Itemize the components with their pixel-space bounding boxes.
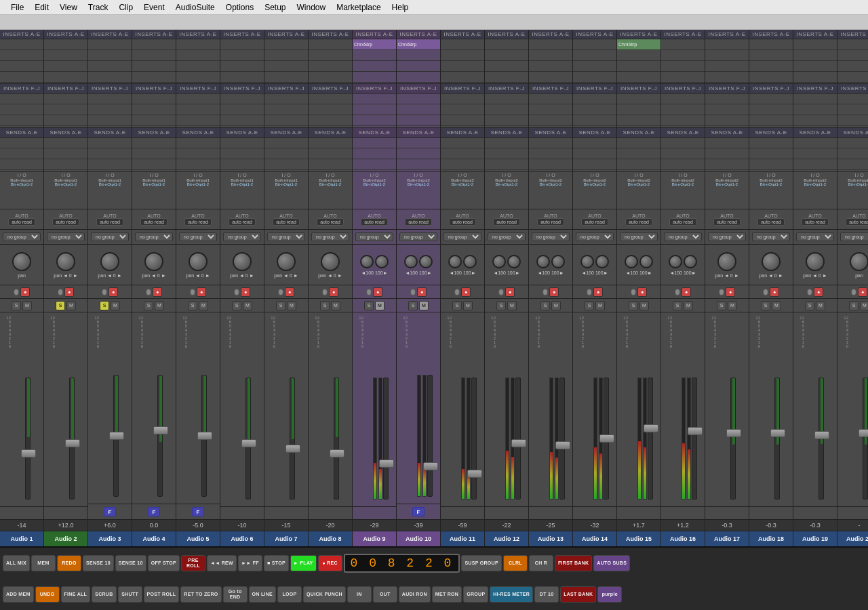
group-select-ch16[interactable]: no group [664, 232, 702, 241]
transport-btn2-last-bank[interactable]: LAST BANK [560, 586, 596, 603]
transport-btn--rew[interactable]: ◄◄ REW [207, 555, 237, 571]
transport-btn-susp-group[interactable]: SUSP GROUP [461, 555, 502, 571]
transport-btn2-fine-all[interactable]: FINE ALL [61, 586, 91, 603]
solo-btn-ch3[interactable]: S [100, 301, 109, 310]
auto-value-ch8[interactable]: auto read [317, 218, 344, 226]
group-select-ch5[interactable]: no group [179, 232, 217, 241]
transport-btn2-dt-10[interactable]: DT 10 [534, 586, 559, 603]
group-select-ch7[interactable]: no group [267, 232, 305, 241]
mute-btn-ch5[interactable]: M [199, 301, 208, 310]
solo-btn-ch14[interactable]: S [585, 301, 594, 310]
group-select-ch10[interactable]: no group [399, 232, 437, 241]
pan-knob-r-ch14[interactable] [595, 255, 609, 268]
channel-name-ch15[interactable]: Audio 15 [617, 531, 660, 546]
fader-handle-ch19[interactable] [814, 431, 829, 439]
group-select-ch14[interactable]: no group [576, 232, 614, 241]
mute-btn-ch8[interactable]: M [331, 301, 340, 310]
record-btn-ch3[interactable]: ● [108, 287, 118, 297]
transport-btn-sense-10[interactable]: SENSE 10 [115, 555, 146, 571]
transport-btn-off-stop[interactable]: OFF STOP [148, 555, 180, 571]
fader-handle-ch20[interactable] [859, 429, 868, 437]
mute-btn-ch1[interactable]: M [22, 301, 32, 310]
auto-value-ch3[interactable]: auto read [96, 218, 123, 226]
fader-handle-ch2[interactable] [65, 439, 80, 447]
pan-knob-ch17[interactable] [717, 252, 736, 271]
channel-name-ch13[interactable]: Audio 13 [529, 531, 572, 546]
solo-btn-ch13[interactable]: S [540, 301, 550, 310]
transport-btn-first-bank[interactable]: FIRST BANK [555, 555, 592, 571]
pan-knob-l-ch9[interactable] [360, 255, 374, 268]
group-select-ch17[interactable]: no group [708, 232, 746, 241]
auto-value-ch15[interactable]: auto read [625, 218, 652, 226]
solo-btn-ch20[interactable]: S [849, 301, 859, 310]
fader-handle-ch1[interactable] [21, 449, 36, 458]
record-btn-ch1[interactable]: ● [20, 287, 30, 297]
menu-item-marketplace[interactable]: Marketplace [331, 3, 386, 12]
channel-name-ch5[interactable]: Audio 5 [176, 531, 220, 546]
pan-knob-r-ch15[interactable] [639, 255, 653, 268]
channel-name-ch19[interactable]: Audio 19 [793, 531, 837, 546]
pan-knob-r-ch11[interactable] [463, 255, 477, 268]
solo-btn-ch15[interactable]: S [629, 301, 638, 310]
group-select-ch3[interactable]: no group [91, 232, 129, 241]
menu-item-view[interactable]: View [54, 3, 83, 12]
auto-value-ch6[interactable]: auto read [229, 218, 256, 226]
group-select-ch1[interactable]: no group [3, 232, 41, 241]
transport-btn2-add-mem[interactable]: ADD MEM [3, 586, 34, 603]
record-btn-ch17[interactable]: ● [726, 287, 735, 297]
channel-name-ch11[interactable]: Audio 11 [441, 531, 484, 546]
auto-value-ch16[interactable]: auto read [669, 218, 696, 226]
group-select-ch2[interactable]: no group [47, 232, 85, 241]
fader-handle-ch18[interactable] [770, 429, 785, 437]
channel-name-ch20[interactable]: Audio 20 [837, 531, 868, 546]
pan-knob-ch18[interactable] [762, 252, 781, 271]
transport-btn2-in[interactable]: IN [347, 586, 372, 603]
fader-handle-ch5[interactable] [197, 432, 212, 440]
pan-knob-ch4[interactable] [144, 252, 163, 271]
auto-value-ch10[interactable]: auto read [405, 218, 432, 226]
menu-item-options[interactable]: Options [220, 3, 259, 12]
mute-btn-ch14[interactable]: M [595, 301, 605, 310]
record-btn-ch2[interactable]: ● [64, 287, 74, 297]
pan-knob-ch20[interactable] [850, 252, 868, 271]
insert-slot-plugin-ch10[interactable]: ChniStrp [397, 39, 440, 50]
transport-btn-pre-roll[interactable]: PRE ROLL [181, 555, 205, 571]
auto-value-ch5[interactable]: auto read [184, 218, 212, 226]
insert-slot-plugin-ch15[interactable]: ChniStrp [617, 39, 660, 50]
pan-knob-l-ch15[interactable] [625, 255, 638, 268]
transport-btn2-post-roll[interactable]: POST ROLL [144, 586, 180, 603]
transport-btn-redo[interactable]: REDO [57, 555, 81, 571]
record-btn-ch18[interactable]: ● [770, 287, 779, 297]
solo-btn-ch10[interactable]: S [408, 301, 418, 310]
group-select-ch13[interactable]: no group [532, 232, 570, 241]
group-select-ch6[interactable]: no group [223, 232, 261, 241]
transport-btn-mem[interactable]: MEM [31, 555, 56, 571]
fader-handle-ch11[interactable] [467, 470, 482, 478]
mute-btn-ch16[interactable]: M [684, 301, 693, 310]
insert-slot-plugin-ch9[interactable]: ChniStrp [353, 39, 396, 50]
channel-name-ch17[interactable]: Audio 17 [705, 531, 749, 546]
auto-value-ch17[interactable]: auto read [713, 218, 741, 226]
fader-handle-ch8[interactable] [330, 449, 344, 458]
channel-name-ch6[interactable]: Audio 6 [220, 531, 264, 546]
record-btn-ch19[interactable]: ● [814, 287, 823, 297]
pan-knob-l-ch11[interactable] [448, 255, 462, 268]
auto-value-ch7[interactable]: auto read [273, 218, 300, 226]
transport-btn2-go-to-end[interactable]: Go to END [223, 586, 248, 603]
record-btn-ch7[interactable]: ● [285, 287, 294, 297]
record-btn-ch10[interactable]: ● [417, 287, 427, 297]
mute-btn-ch18[interactable]: M [772, 301, 781, 310]
record-btn-ch20[interactable]: ● [858, 287, 867, 297]
fader-handle-ch6[interactable] [241, 439, 256, 447]
auto-value-ch12[interactable]: auto read [493, 218, 520, 226]
fader-handle-ch7[interactable] [285, 445, 300, 453]
channel-name-ch18[interactable]: Audio 18 [749, 531, 793, 546]
mute-btn-ch6[interactable]: M [243, 301, 252, 310]
fader-handle-ch13[interactable] [555, 441, 570, 449]
record-btn-ch13[interactable]: ● [549, 287, 559, 297]
transport-btn2-purple[interactable]: purple [597, 586, 622, 603]
solo-btn-ch16[interactable]: S [673, 301, 682, 310]
transport-btn2-loop[interactable]: LOOP [277, 586, 302, 603]
group-select-ch8[interactable]: no group [311, 232, 349, 241]
group-select-ch20[interactable]: no group [840, 232, 868, 241]
